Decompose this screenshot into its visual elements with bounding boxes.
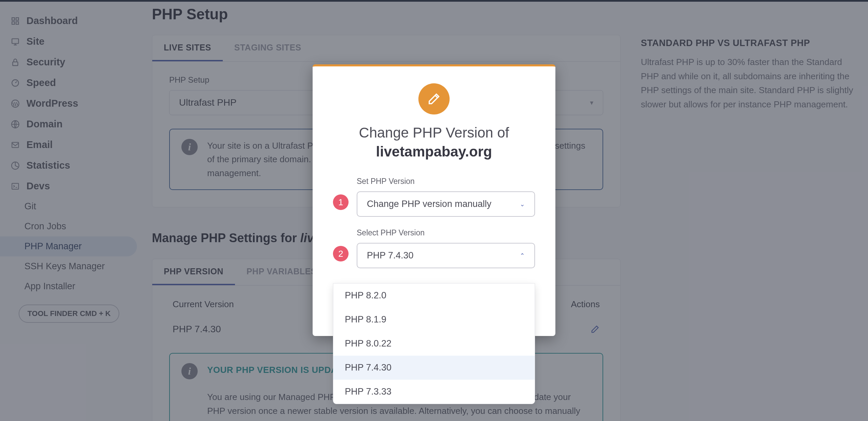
option-php-8-1-9[interactable]: PHP 8.1.9 bbox=[333, 308, 535, 332]
set-php-label: Set PHP Version bbox=[357, 177, 535, 186]
chevron-down-icon: ⌄ bbox=[520, 201, 525, 208]
step-1-badge: 1 bbox=[333, 194, 349, 210]
option-php-7-3-33[interactable]: PHP 7.3.33 bbox=[333, 380, 535, 404]
modal-site: livetampabay.org bbox=[333, 144, 535, 160]
option-php-8-2-0[interactable]: PHP 8.2.0 bbox=[333, 283, 535, 308]
set-php-select[interactable]: Change PHP version manually ⌄ bbox=[357, 191, 535, 217]
select-php-select[interactable]: PHP 7.4.30 ⌃ bbox=[357, 243, 535, 268]
step-2-badge: 2 bbox=[333, 246, 349, 261]
option-php-8-0-22[interactable]: PHP 8.0.22 bbox=[333, 332, 535, 356]
change-php-modal: Change PHP Version of livetampabay.org 1… bbox=[313, 64, 555, 336]
php-version-dropdown: PHP 8.2.0 PHP 8.1.9 PHP 8.0.22 PHP 7.4.3… bbox=[333, 283, 535, 404]
option-php-7-4-30[interactable]: PHP 7.4.30 bbox=[333, 356, 535, 380]
chevron-up-icon: ⌃ bbox=[520, 252, 525, 259]
modal-title: Change PHP Version of bbox=[333, 125, 535, 141]
select-php-label: Select PHP Version bbox=[357, 228, 535, 237]
pencil-icon bbox=[418, 83, 450, 114]
set-php-value: Change PHP version manually bbox=[367, 199, 491, 209]
select-php-value: PHP 7.4.30 bbox=[367, 250, 414, 261]
